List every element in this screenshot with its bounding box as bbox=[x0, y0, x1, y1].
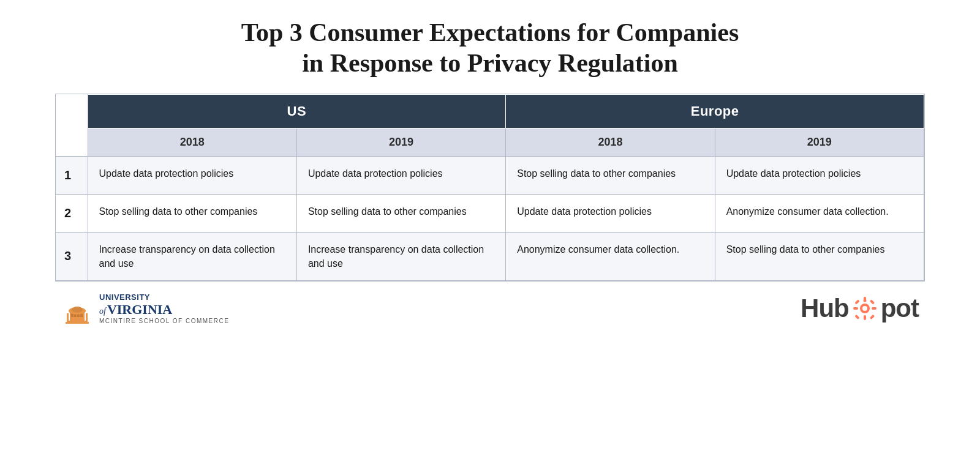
cell-eu-2018-r3: Anonymize consumer data collection. bbox=[506, 232, 715, 280]
svg-point-12 bbox=[862, 306, 867, 311]
cell-eu-2019-r1: Update data protection policies bbox=[715, 156, 924, 194]
svg-rect-20 bbox=[869, 315, 874, 319]
svg-rect-17 bbox=[854, 299, 859, 304]
year-eu-2019: 2019 bbox=[715, 128, 924, 156]
svg-point-21 bbox=[863, 299, 866, 302]
cell-us-2018-r1: Update data protection policies bbox=[88, 156, 296, 194]
svg-rect-15 bbox=[853, 307, 858, 310]
year-header-row: 2018 2019 2018 2019 bbox=[56, 128, 924, 156]
cell-us-2019-r2: Stop selling data to other companies bbox=[296, 194, 505, 232]
year-eu-2018: 2018 bbox=[506, 128, 715, 156]
cell-eu-2018-r2: Update data protection policies bbox=[506, 194, 715, 232]
uva-virginia-label: VIRGINIA bbox=[107, 303, 172, 316]
uva-school-label: McIntire School of Commerce bbox=[99, 318, 229, 324]
cell-us-2019-r3: Increase transparency on data collection… bbox=[296, 232, 505, 280]
hubspot-logo: Hub pot bbox=[801, 294, 919, 323]
rank-3: 3 bbox=[56, 232, 88, 280]
rank-1: 1 bbox=[56, 156, 88, 194]
svg-point-6 bbox=[72, 307, 83, 313]
cell-us-2018-r3: Increase transparency on data collection… bbox=[88, 232, 296, 280]
comparison-table: US Europe 2018 2019 2018 2019 1 Update d… bbox=[56, 94, 924, 281]
svg-rect-14 bbox=[864, 315, 866, 320]
uva-logo: UNIVERSITY of VIRGINIA McIntire School o… bbox=[61, 293, 229, 324]
cell-eu-2019-r3: Stop selling data to other companies bbox=[715, 232, 924, 280]
uva-of-label: of bbox=[99, 307, 106, 316]
data-table-wrapper: US Europe 2018 2019 2018 2019 1 Update d… bbox=[55, 94, 925, 281]
cell-eu-2019-r2: Anonymize consumer data collection. bbox=[715, 194, 924, 232]
hubspot-text: Hub bbox=[801, 294, 849, 323]
svg-rect-10 bbox=[66, 322, 89, 324]
cell-us-2019-r1: Update data protection policies bbox=[296, 156, 505, 194]
year-us-2019: 2019 bbox=[296, 128, 505, 156]
region-europe: Europe bbox=[506, 94, 924, 128]
footer-logos: UNIVERSITY of VIRGINIA McIntire School o… bbox=[55, 293, 925, 324]
svg-rect-16 bbox=[872, 307, 876, 310]
hubspot-text-2: pot bbox=[881, 294, 919, 323]
hubspot-sprocket-icon bbox=[851, 294, 879, 322]
region-us: US bbox=[88, 94, 506, 128]
uva-text: UNIVERSITY of VIRGINIA McIntire School o… bbox=[99, 293, 229, 324]
rank-2: 2 bbox=[56, 194, 88, 232]
page-title: Top 3 Consumer Expectations for Companie… bbox=[241, 17, 739, 79]
year-us-2018: 2018 bbox=[88, 128, 296, 156]
table-row: 2 Stop selling data to other companies S… bbox=[56, 194, 924, 232]
region-header-row: US Europe bbox=[56, 94, 924, 128]
table-row: 3 Increase transparency on data collecti… bbox=[56, 232, 924, 280]
svg-rect-7 bbox=[67, 313, 69, 322]
cell-us-2018-r2: Stop selling data to other companies bbox=[88, 194, 296, 232]
uva-building-icon bbox=[61, 293, 93, 324]
svg-rect-19 bbox=[854, 315, 859, 319]
svg-rect-18 bbox=[869, 299, 874, 304]
svg-rect-8 bbox=[86, 313, 88, 322]
cell-eu-2018-r1: Stop selling data to other companies bbox=[506, 156, 715, 194]
table-row: 1 Update data protection policies Update… bbox=[56, 156, 924, 194]
